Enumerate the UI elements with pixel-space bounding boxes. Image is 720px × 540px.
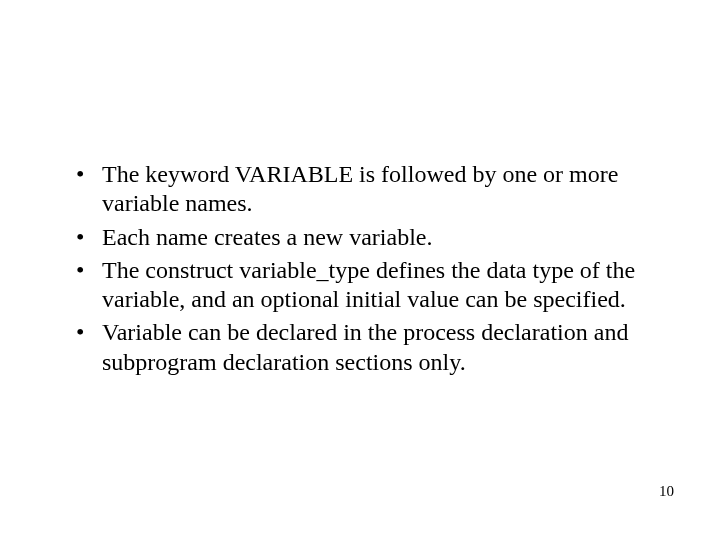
list-item: The construct variable_type defines the … [70, 256, 650, 315]
bullet-text: The keyword VARIABLE is followed by one … [102, 161, 618, 216]
list-item: Each name creates a new variable. [70, 223, 650, 252]
bullet-text: Variable can be declared in the process … [102, 319, 628, 374]
bullet-text: Each name creates a new variable. [102, 224, 432, 250]
list-item: Variable can be declared in the process … [70, 318, 650, 377]
list-item: The keyword VARIABLE is followed by one … [70, 160, 650, 219]
slide: The keyword VARIABLE is followed by one … [0, 0, 720, 540]
page-number: 10 [659, 483, 674, 500]
bullet-list: The keyword VARIABLE is followed by one … [70, 160, 650, 377]
bullet-text: The construct variable_type defines the … [102, 257, 635, 312]
